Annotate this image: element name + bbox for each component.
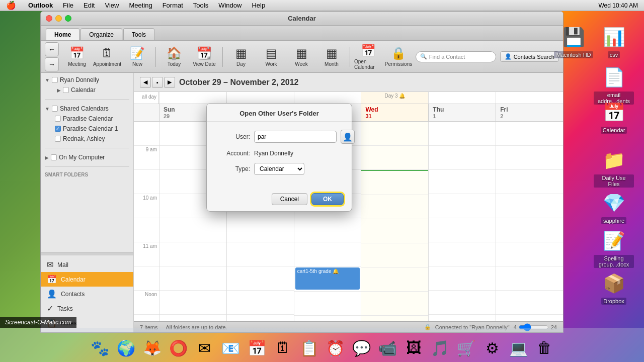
tue-slot-8[interactable] — [294, 316, 361, 321]
toolbar-btn-work[interactable]: ▤ Work — [257, 43, 285, 71]
tab-organize[interactable]: Organize — [80, 28, 122, 40]
dock-item-finder[interactable]: 🐾 — [88, 336, 112, 360]
fri-slot-7[interactable] — [496, 291, 563, 315]
dock-item-ical[interactable]: 🗓 — [271, 336, 295, 360]
sun-slot-4[interactable] — [159, 218, 226, 242]
dock-item-facetime[interactable]: 📹 — [375, 336, 399, 360]
thu-slot-4[interactable] — [429, 218, 496, 242]
desktop-icon-daily-files[interactable]: 📁 Daily Use Files — [594, 148, 634, 188]
tab-tools[interactable]: Tools — [123, 28, 154, 40]
fri-slot-0[interactable] — [496, 122, 563, 146]
menu-help[interactable]: Help — [250, 2, 267, 9]
tue-slot-6[interactable]: cart1-5th grade 🔔 — [294, 267, 361, 292]
tue-slot-5[interactable] — [294, 242, 361, 266]
thu-slot-1[interactable] — [429, 146, 496, 170]
thu-slot-3[interactable] — [429, 194, 496, 218]
dock-item-outlook[interactable]: 📧 — [218, 336, 243, 360]
dock-item-calendar[interactable]: 📅 — [245, 336, 269, 360]
nav-item-tasks[interactable]: ✓ Tasks — [41, 301, 133, 316]
toolbar-btn-opencalendar[interactable]: 📅 Open Calendar — [354, 43, 382, 71]
toolbar-btn-day[interactable]: ▦ Day — [227, 43, 255, 71]
thu-slot-7[interactable] — [429, 291, 496, 315]
menu-file[interactable]: File — [61, 2, 75, 9]
sun-slot-6[interactable] — [159, 266, 226, 291]
close-button[interactable] — [46, 15, 52, 22]
event-cart1-5th-grade[interactable]: cart1-5th grade 🔔 — [295, 267, 360, 290]
apple-menu[interactable]: 🍎 — [4, 1, 18, 10]
dock-item-app-store[interactable]: 🛒 — [454, 336, 478, 360]
sidebar-item-shared[interactable]: ▼ Shared Calendars — [41, 104, 133, 114]
wed-slot-7[interactable] — [361, 292, 428, 316]
minimize-button[interactable] — [55, 15, 62, 22]
mon-slot-7[interactable] — [227, 291, 294, 315]
maximize-button[interactable] — [65, 15, 71, 22]
fri-slot-3[interactable] — [496, 194, 563, 218]
wed-slot-5[interactable] — [361, 243, 428, 267]
dock-item-firefox[interactable]: 🦊 — [140, 336, 164, 360]
dock-item-notes[interactable]: 📋 — [297, 336, 321, 360]
desktop-icon-sapphire[interactable]: 💎 sapphire — [594, 191, 634, 224]
menu-tools[interactable]: Tools — [191, 2, 210, 9]
sidebar-item-computer[interactable]: ▶ On My Computer — [41, 152, 133, 162]
sun-slot-8[interactable] — [159, 315, 226, 321]
mon-slot-5[interactable] — [227, 242, 294, 266]
sidebar-item-user[interactable]: ▼ Ryan Donnelly — [41, 75, 133, 85]
dock-item-system-prefs[interactable]: ⚙ — [480, 336, 504, 360]
sun-slot-5[interactable] — [159, 242, 226, 266]
type-select[interactable]: Calendar Mail Contacts Tasks Notes — [254, 163, 304, 175]
menu-edit[interactable]: Edit — [82, 2, 97, 9]
menu-outlook[interactable]: Outlook — [26, 2, 55, 9]
thu-slot-6[interactable] — [429, 266, 496, 291]
mon-slot-4[interactable] — [227, 218, 294, 242]
sun-slot-7[interactable] — [159, 291, 226, 315]
tab-home[interactable]: Home — [46, 28, 79, 40]
cal-header-thu[interactable]: Thu 1 — [428, 104, 496, 121]
dock-item-photos[interactable]: 🖼 — [401, 336, 426, 360]
cal-header-fri[interactable]: Fri 2 — [496, 104, 563, 121]
wed-slot-3[interactable] — [361, 195, 428, 219]
nav-item-contacts[interactable]: 👤 Contacts — [41, 287, 133, 301]
sidebar-item-rednak[interactable]: Rednak, Ashley — [41, 134, 133, 144]
toolbar-btn-week[interactable]: ▦ Week — [287, 43, 315, 71]
wed-slot-1[interactable] — [361, 146, 428, 170]
dock-item-itunes[interactable]: 🎵 — [428, 336, 452, 360]
thu-slot-2[interactable] — [429, 170, 496, 194]
fri-slot-5[interactable] — [496, 242, 563, 266]
toolbar-forward-icon[interactable]: → — [45, 57, 59, 71]
user-lookup-button[interactable]: 👤 — [341, 130, 355, 144]
cal-prev-button[interactable]: ◀ — [140, 77, 151, 88]
nav-item-mail[interactable]: ✉ Mail — [41, 257, 133, 272]
desktop-icon-hd[interactable]: 💾 Macintosh HD — [553, 25, 594, 58]
fri-slot-8[interactable] — [496, 315, 563, 321]
mon-slot-6[interactable] — [227, 266, 294, 291]
toolbar-btn-new[interactable]: 📝 New — [123, 43, 151, 71]
wed-slot-2[interactable] — [361, 171, 428, 195]
user-input[interactable] — [254, 131, 337, 143]
find-contact-box[interactable]: 🔍 Find a Contact — [416, 51, 496, 62]
wed-slot-0[interactable] — [361, 122, 428, 146]
wed-slot-6[interactable] — [361, 267, 428, 292]
thu-slot-8[interactable] — [429, 315, 496, 321]
toolbar-btn-viewdate[interactable]: 📆 View Date — [190, 43, 218, 71]
desktop-icon-email[interactable]: 📄 email addre...dents — [594, 65, 634, 105]
sidebar-item-paradise-cal-1[interactable]: ✓ Paradise Calendar 1 — [41, 124, 133, 134]
cal-today-button[interactable]: ▪ — [152, 77, 163, 88]
mon-slot-8[interactable] — [227, 315, 294, 321]
menu-format[interactable]: Format — [160, 2, 185, 9]
dock-item-terminal[interactable]: 💻 — [506, 336, 530, 360]
dock-item-trash[interactable]: 🗑 — [532, 336, 556, 360]
tue-slot-4[interactable] — [294, 218, 361, 242]
wed-slot-4[interactable] — [361, 219, 428, 243]
toolbar-btn-appointment[interactable]: 🗓 Appointment — [93, 43, 121, 71]
fri-slot-4[interactable] — [496, 218, 563, 242]
menu-window[interactable]: Window — [216, 2, 244, 9]
cal-next-button[interactable]: ▶ — [164, 77, 175, 88]
ok-button[interactable]: OK — [311, 193, 344, 205]
fri-slot-2[interactable] — [496, 170, 563, 194]
contacts-search-button[interactable]: 👤 Contacts Search — [500, 51, 559, 62]
sidebar-item-calendar[interactable]: ▶ Calendar — [41, 85, 133, 95]
desktop-icon-calendar[interactable]: 📅 Calendar — [594, 101, 634, 134]
cancel-button[interactable]: Cancel — [272, 193, 307, 205]
toolbar-btn-meeting[interactable]: 📅 Meeting — [63, 43, 91, 71]
thu-slot-5[interactable] — [429, 242, 496, 266]
